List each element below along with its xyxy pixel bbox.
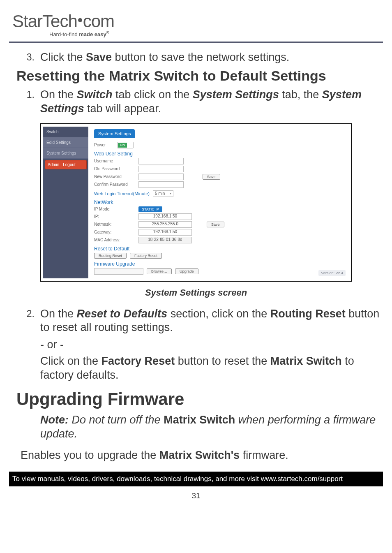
logo-text-2: com xyxy=(83,12,114,31)
support-footer-bar: To view manuals, videos, drivers, downlo… xyxy=(9,472,383,486)
en-a: Enables you to upgrade the xyxy=(21,449,159,461)
list-number-1: 1. xyxy=(25,88,35,116)
screenshot-sidebar: Switch Edid Settings System Settings Adm… xyxy=(43,127,88,278)
mac-label: MAC Address: xyxy=(94,238,135,242)
s1c: tab click on the xyxy=(113,88,193,101)
list-number-3: 3. xyxy=(25,51,35,65)
note-b1: Matrix Switch xyxy=(164,414,235,426)
sidebar-item-system-settings[interactable]: System Settings xyxy=(43,148,88,159)
section-reset: Reset to Default xyxy=(94,246,345,252)
step2b-text: Click on the Factory Reset button to res… xyxy=(40,354,383,382)
list-number-2: 2. xyxy=(25,307,35,335)
save-network-button[interactable]: Save xyxy=(207,222,224,227)
step3-text: Click the Save button to save the networ… xyxy=(40,51,289,65)
s1b: Switch xyxy=(77,88,113,101)
s2b: Reset to Defaults xyxy=(77,308,168,320)
sidebar-item-edid[interactable]: Edid Settings xyxy=(43,137,88,148)
sidebar-item-switch[interactable]: Switch xyxy=(43,127,88,137)
s1e: tab, the xyxy=(279,88,322,101)
sidebar-item-logout[interactable]: Admin - Logout xyxy=(45,160,87,169)
new-password-label: New Password xyxy=(94,174,135,179)
logo-registered-icon: ® xyxy=(106,30,109,35)
upgrade-button[interactable]: Upgrade xyxy=(175,268,198,274)
timeout-select[interactable]: 5 min▾ xyxy=(153,190,173,197)
s2bd: Matrix Switch xyxy=(270,355,342,367)
ip-label: IP: xyxy=(94,214,135,219)
save-user-button[interactable]: Save xyxy=(203,174,220,180)
s2d: Routing Reset xyxy=(270,308,346,320)
netmask-input[interactable]: 255.255.255.0 xyxy=(138,221,192,228)
firmware-file-input[interactable] xyxy=(94,268,143,275)
section-firmware: Firmware Upgrade xyxy=(94,261,345,267)
logo-tagline-pre: Hard-to-find xyxy=(49,31,79,37)
mac-value: 18-22-85-01-36-8d xyxy=(138,237,192,243)
factory-reset-button[interactable]: Factory Reset xyxy=(130,253,162,259)
en-b: Matrix Switch's xyxy=(159,449,240,461)
logo-tagline-bold: made easy xyxy=(79,31,106,37)
username-input[interactable] xyxy=(138,158,184,164)
en-c: firmware. xyxy=(240,449,288,461)
browse-button[interactable]: Browse… xyxy=(147,268,172,274)
timeout-label: Web Login Timeout(Minute) xyxy=(94,191,150,196)
s2c: section, click on the xyxy=(167,308,270,320)
heading-upgrading-firmware: Upgrading Firmware xyxy=(16,389,383,409)
confirm-password-label: Confirm Password xyxy=(94,182,135,187)
power-toggle-state: ON xyxy=(118,143,127,148)
s2a: On the xyxy=(40,308,77,320)
section-network: NetWork xyxy=(94,199,345,205)
s2ba: Click on the xyxy=(40,355,101,367)
chevron-down-icon: ▾ xyxy=(170,192,171,195)
note-label: Note: xyxy=(40,414,69,426)
s1d: System Settings xyxy=(193,88,279,101)
s1g: tab will appear. xyxy=(84,102,161,115)
note-i1: Do not turn off the xyxy=(69,414,164,426)
s2bb: Factory Reset xyxy=(101,355,175,367)
header-divider xyxy=(9,42,383,43)
username-label: Username xyxy=(94,159,135,163)
power-toggle[interactable]: ON xyxy=(117,142,134,148)
version-badge: Version: V2.4 xyxy=(318,270,346,276)
system-settings-screenshot: Switch Edid Settings System Settings Adm… xyxy=(40,123,352,282)
timeout-value: 5 min xyxy=(155,191,165,196)
screenshot-caption: System Settings screen xyxy=(9,287,383,298)
old-password-input[interactable] xyxy=(138,166,184,172)
gateway-input[interactable]: 192.168.1.50 xyxy=(138,229,192,236)
step3-pre: Click the xyxy=(40,51,86,63)
tab-system-settings[interactable]: System Settings xyxy=(94,129,135,138)
old-password-label: Old Password xyxy=(94,167,135,171)
enables-text: Enables you to upgrade the Matrix Switch… xyxy=(21,449,383,463)
ip-input[interactable]: 192.168.1.50 xyxy=(138,213,192,220)
s2bc: button to reset the xyxy=(175,355,270,367)
new-password-input[interactable] xyxy=(138,174,184,180)
step2-text: On the Reset to Defaults section, click … xyxy=(40,307,383,335)
power-label: Power xyxy=(94,143,114,147)
ip-mode-label: IP Mode: xyxy=(94,207,135,211)
gateway-label: Gateway: xyxy=(94,230,135,234)
s1a: On the xyxy=(40,88,77,101)
brand-logo: StarTech com Hard-to-find made easy® xyxy=(12,12,383,37)
firmware-note: Note: Do not turn off the Matrix Switch … xyxy=(40,413,383,441)
netmask-label: Netmask: xyxy=(94,222,135,227)
page-number: 31 xyxy=(9,491,383,500)
screenshot-content: System Settings Power ON Web User Settin… xyxy=(88,127,349,278)
section-web-user-setting: Web User Setting xyxy=(94,151,345,157)
routing-reset-button[interactable]: Routing Reset xyxy=(94,253,127,259)
ip-mode-chip[interactable]: STATIC IP xyxy=(138,206,162,212)
heading-resetting: Resetting the Matrix Switch to Default S… xyxy=(16,68,383,84)
step1-text: On the Switch tab click on the System Se… xyxy=(40,88,383,116)
or-text: - or - xyxy=(40,338,383,352)
step3-post: button to save the network settings. xyxy=(112,51,289,63)
logo-text-1: StarTech xyxy=(12,12,77,31)
confirm-password-input[interactable] xyxy=(138,181,184,188)
logo-dot-icon xyxy=(78,18,82,22)
step3-bold: Save xyxy=(86,51,112,63)
